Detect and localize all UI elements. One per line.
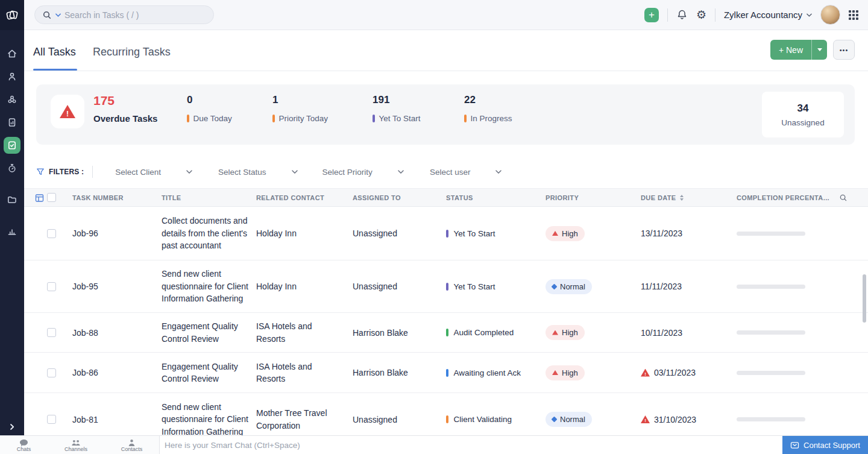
completion-cell <box>737 393 805 435</box>
stat-value: 1 <box>272 94 328 106</box>
vertical-scrollbar[interactable] <box>863 274 866 323</box>
column-header-assigned-to[interactable]: ASSIGNED TO <box>353 189 443 206</box>
new-task-button[interactable]: + New <box>770 40 827 60</box>
user-avatar[interactable] <box>820 5 840 25</box>
sidebar-item-billing[interactable] <box>0 111 24 134</box>
sort-icon[interactable] <box>680 195 684 201</box>
stat-unassigned[interactable]: 34 Unassigned <box>762 92 844 137</box>
global-search[interactable] <box>34 5 214 24</box>
chevron-down-icon <box>292 170 298 174</box>
column-header-related-contact[interactable]: RELATED CONTACT <box>256 189 341 206</box>
overdue-count: 175 <box>93 93 115 108</box>
channels-button[interactable]: Channels <box>64 438 87 452</box>
filter-priority-dropdown[interactable]: Select Priority <box>322 168 404 177</box>
search-input[interactable] <box>64 10 185 20</box>
priority-badge: Normal <box>546 412 592 427</box>
more-options-button[interactable]: ••• <box>833 40 855 60</box>
stat-priority-today[interactable]: 1 Priority Today <box>272 94 328 123</box>
filter-user-dropdown[interactable]: Select user <box>430 168 502 177</box>
search-scope-chevron-icon[interactable] <box>55 13 61 17</box>
progress-bar <box>737 371 805 375</box>
sidebar-item-tasks[interactable] <box>0 134 24 157</box>
status-marker <box>446 369 448 377</box>
page-header: All Tasks Recurring Tasks + New ••• <box>24 30 868 71</box>
smart-chat-input[interactable] <box>160 441 782 450</box>
chats-button[interactable]: Chats <box>17 438 31 452</box>
column-header-priority[interactable]: PRIORITY <box>546 189 579 206</box>
related-contact-cell: ISA Hotels and Resorts <box>256 353 341 393</box>
sidebar-item-clients[interactable] <box>0 88 24 111</box>
table-row[interactable]: Job-95Send new client questionnaire for … <box>24 260 868 313</box>
table-row[interactable]: Job-96Collect documents and details from… <box>24 207 868 260</box>
sidebar-item-reports[interactable] <box>0 219 24 242</box>
smart-chat[interactable] <box>160 436 782 454</box>
stat-value: 191 <box>373 94 421 106</box>
sidebar-item-timesheet[interactable] <box>0 157 24 180</box>
related-contact-cell: ISA Hotels and Resorts <box>256 313 341 352</box>
contact-icon <box>7 71 17 82</box>
due-date-cell: 13/11/2023 <box>641 207 682 260</box>
notifications-bell-icon[interactable] <box>676 9 688 20</box>
topbar: + ⚙ Zylker Accountancy <box>24 0 868 30</box>
overdue-alert-icon: ! <box>641 415 650 423</box>
contacts-button[interactable]: Contacts <box>121 438 143 452</box>
row-checkbox-cell <box>47 207 56 260</box>
summary-bar: ! 175 Overdue Tasks 0 Due Today 1 Priori… <box>36 84 855 145</box>
app-logo[interactable] <box>0 0 24 30</box>
priority-label: High <box>562 328 578 337</box>
table-row[interactable]: Job-86Engagement Quality Control ReviewI… <box>24 353 868 393</box>
select-all-checkbox[interactable] <box>47 193 56 202</box>
column-header-status[interactable]: STATUS <box>446 189 473 206</box>
row-checkbox[interactable] <box>47 328 56 337</box>
column-header-due-date[interactable]: DUE DATE <box>641 189 684 206</box>
priority-normal-icon <box>552 283 558 289</box>
priority-cell: Normal <box>546 260 592 312</box>
status-label: Yet To Start <box>454 229 495 238</box>
stat-yet-to-start[interactable]: 191 Yet To Start <box>373 94 421 123</box>
column-header-completion[interactable]: COMPLETION PERCENTA... <box>737 189 829 206</box>
priority-badge: High <box>546 365 585 380</box>
table-row[interactable]: Job-81Send new client questionnaire for … <box>24 393 868 435</box>
column-header-title[interactable]: TITLE <box>162 189 253 206</box>
apps-grid-icon[interactable] <box>849 10 858 20</box>
completion-cell <box>737 260 805 312</box>
new-task-dropdown[interactable] <box>811 40 827 60</box>
column-header-task-number[interactable]: TASK NUMBER <box>72 189 124 206</box>
status-cell: Client Validating <box>446 393 512 435</box>
status-cell: Yet To Start <box>446 207 495 260</box>
sidebar-item-documents[interactable] <box>0 188 24 211</box>
due-date-cell: 11/11/2023 <box>641 260 682 312</box>
row-checkbox[interactable] <box>47 282 56 291</box>
group-icon <box>7 94 17 105</box>
row-checkbox[interactable] <box>47 415 56 424</box>
filter-client-dropdown[interactable]: Select Client <box>115 168 192 177</box>
row-checkbox[interactable] <box>47 368 56 377</box>
sidebar-item-home[interactable] <box>0 42 24 65</box>
tab-all-tasks[interactable]: All Tasks <box>33 46 76 58</box>
stat-marker <box>373 115 375 122</box>
bar-chart-icon <box>7 225 17 236</box>
status-marker <box>446 329 448 336</box>
status-marker <box>446 415 448 423</box>
filters-divider <box>92 166 93 178</box>
sidebar-expand-button[interactable] <box>0 423 24 430</box>
quick-add-button[interactable]: + <box>644 8 659 22</box>
priority-normal-icon <box>552 417 558 423</box>
table-row[interactable]: Job-88Engagement Quality Control ReviewI… <box>24 313 868 353</box>
status-label: Client Validating <box>454 415 512 424</box>
stat-in-progress[interactable]: 22 In Progress <box>464 94 512 123</box>
due-date-cell: !03/11/2023 <box>641 353 696 393</box>
stat-due-today[interactable]: 0 Due Today <box>187 94 232 123</box>
completion-cell <box>737 353 805 393</box>
related-contact-cell: Mother Tree Travel Corporation <box>256 393 341 435</box>
filter-user-label: Select user <box>430 168 471 177</box>
filter-status-dropdown[interactable]: Select Status <box>218 168 298 177</box>
org-switcher[interactable]: Zylker Accountancy <box>724 10 812 20</box>
contact-support-button[interactable]: Contact Support <box>782 436 868 454</box>
table-search-icon[interactable] <box>839 189 848 206</box>
table-view-icon[interactable] <box>35 194 44 203</box>
tab-recurring-tasks[interactable]: Recurring Tasks <box>93 46 171 58</box>
settings-gear-icon[interactable]: ⚙ <box>696 8 706 22</box>
sidebar-item-contacts[interactable] <box>0 65 24 88</box>
row-checkbox[interactable] <box>47 229 56 238</box>
